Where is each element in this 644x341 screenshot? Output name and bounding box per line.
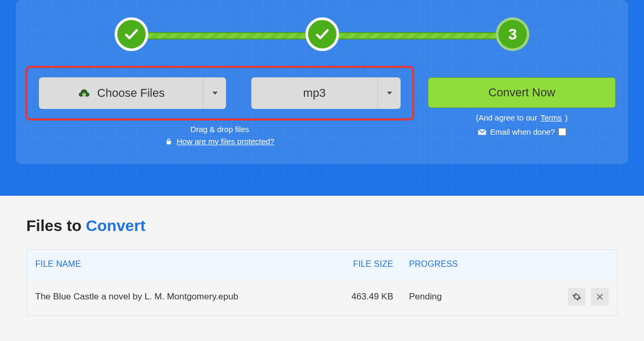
convert-column: Convert Now (And agree to our Terms ) Em…: [425, 66, 619, 136]
protection-line: How are my files protected?: [25, 137, 414, 146]
cell-progress: Pending: [409, 292, 551, 302]
controls-row: Choose Files mp3: [25, 66, 619, 146]
step-2-indicator: [305, 17, 339, 51]
close-icon: [596, 293, 604, 300]
title-prefix: Files to: [26, 217, 86, 234]
files-table: FILE NAME FILE SIZE PROGRESS The Blue Ca…: [26, 249, 618, 316]
choose-files-dropdown-arrow[interactable]: [203, 77, 226, 109]
chevron-down-icon: [387, 92, 392, 95]
format-select-button[interactable]: mp3: [251, 77, 377, 109]
hero-area: 3 Choose Files: [0, 0, 644, 196]
upload-panel: 3 Choose Files: [16, 0, 628, 164]
format-combo: mp3: [251, 77, 401, 109]
email-line: Email when done?: [477, 127, 566, 136]
cell-file-size: 463.49 KB: [325, 292, 393, 302]
col-file-name: FILE NAME: [35, 259, 325, 269]
step-1-indicator: [115, 17, 148, 51]
agree-suffix: ): [565, 113, 568, 122]
files-section: Files to Convert FILE NAME FILE SIZE PRO…: [0, 196, 644, 337]
row-remove-button[interactable]: [591, 288, 609, 306]
mail-icon: [477, 128, 487, 136]
chevron-down-icon: [212, 92, 218, 95]
cell-file-name: The Blue Castle a novel by L. M. Montgom…: [35, 292, 325, 302]
row-actions: [551, 288, 609, 306]
email-when-done-checkbox[interactable]: [558, 128, 566, 136]
title-accent: Convert: [86, 217, 145, 234]
choose-files-button[interactable]: Choose Files: [39, 77, 203, 109]
drag-drop-hint: Drag & drop files: [25, 125, 414, 134]
lock-icon: [165, 138, 172, 145]
stepper: 3: [115, 13, 529, 55]
step-3-label: 3: [508, 25, 517, 43]
col-progress: PROGRESS: [409, 259, 609, 269]
files-section-title: Files to Convert: [26, 217, 618, 235]
left-subtext: Drag & drop files How are my files prote…: [25, 125, 414, 146]
cloud-upload-icon: [77, 87, 91, 99]
check-icon: [314, 26, 330, 42]
highlight-box: Choose Files mp3: [25, 66, 414, 121]
gear-icon: [572, 292, 581, 302]
choose-files-combo: Choose Files: [39, 77, 226, 109]
table-header: FILE NAME FILE SIZE PROGRESS: [27, 250, 617, 278]
left-controls: Choose Files mp3: [25, 66, 414, 146]
check-icon: [124, 26, 139, 42]
row-settings-button[interactable]: [568, 288, 586, 306]
table-row: The Blue Castle a novel by L. M. Montgom…: [27, 278, 617, 315]
choose-files-label: Choose Files: [97, 86, 165, 100]
email-label: Email when done?: [490, 127, 555, 136]
convert-now-button[interactable]: Convert Now: [428, 77, 616, 108]
terms-line: (And agree to our Terms ): [476, 113, 568, 122]
format-dropdown-arrow[interactable]: [377, 77, 401, 109]
col-file-size: FILE SIZE: [325, 259, 393, 269]
files-protected-link[interactable]: How are my files protected?: [177, 137, 274, 146]
step-3-indicator: 3: [496, 17, 529, 51]
format-selected-label: mp3: [303, 86, 326, 100]
terms-link[interactable]: Terms: [540, 113, 562, 122]
agree-prefix: (And agree to our: [476, 113, 537, 122]
